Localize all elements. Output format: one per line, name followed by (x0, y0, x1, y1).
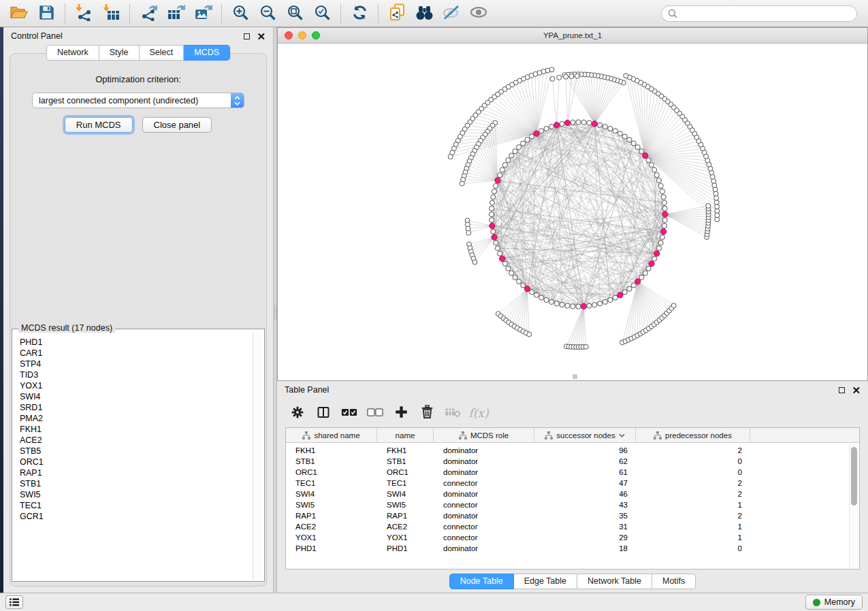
network-node[interactable] (498, 251, 502, 256)
network-node[interactable] (521, 141, 526, 146)
mcds-list-item[interactable]: GCR1 (20, 511, 247, 522)
network-node[interactable] (627, 286, 632, 291)
mcds-hub-node[interactable] (500, 256, 505, 261)
mcds-hub-node[interactable] (554, 122, 560, 128)
network-node[interactable] (549, 125, 553, 129)
tab-edge-table[interactable]: Edge Table (514, 574, 577, 589)
mcds-list-item[interactable]: TEC1 (20, 500, 247, 511)
network-node[interactable] (608, 297, 613, 302)
column-header-name[interactable]: name (377, 428, 434, 442)
network-node[interactable] (602, 299, 607, 304)
mcds-hub-node[interactable] (635, 279, 641, 284)
search-input[interactable] (681, 9, 850, 18)
settings-gear-button[interactable] (287, 403, 308, 423)
mcds-hub-node[interactable] (643, 152, 648, 158)
network-node[interactable] (643, 271, 647, 276)
network-node[interactable] (622, 290, 627, 295)
network-node[interactable] (554, 301, 559, 306)
table-row[interactable]: PHD1PHD1dominator180 (286, 543, 859, 554)
mcds-hub-node[interactable] (564, 120, 570, 125)
network-node[interactable] (492, 189, 496, 194)
export-network-button[interactable] (135, 3, 162, 24)
mcds-list-item[interactable]: ACE2 (20, 435, 247, 446)
network-node[interactable] (652, 257, 657, 261)
show-all-button[interactable] (465, 3, 492, 24)
mcds-hub-node[interactable] (649, 261, 654, 266)
table-row[interactable]: ORC1ORC1dominator610 (286, 467, 859, 478)
network-node[interactable] (489, 200, 494, 205)
network-node[interactable] (494, 240, 498, 245)
mcds-list-item[interactable]: PMA2 (20, 413, 247, 424)
mcds-hub-node[interactable] (492, 234, 497, 240)
mcds-list-item[interactable]: SWI5 (20, 489, 247, 500)
network-node[interactable] (513, 275, 517, 280)
network-node[interactable] (662, 206, 667, 211)
network-node[interactable] (613, 295, 617, 300)
network-node[interactable] (498, 173, 502, 178)
close-table-panel-icon[interactable]: ✕ (852, 385, 861, 395)
close-panel-icon[interactable]: ✕ (257, 31, 266, 42)
network-node[interactable] (502, 261, 507, 266)
tab-select[interactable]: Select (140, 45, 184, 61)
column-header-shared-name[interactable]: shared name (286, 428, 377, 442)
duplicate-network-button[interactable] (383, 3, 411, 24)
network-node[interactable] (530, 134, 534, 139)
network-node[interactable] (448, 154, 453, 159)
mcds-list-item[interactable]: STP4 (20, 359, 247, 369)
network-node[interactable] (509, 153, 514, 158)
horizontal-splitter-handle[interactable] (573, 374, 577, 379)
network-node[interactable] (509, 271, 514, 276)
network-node[interactable] (617, 131, 622, 136)
network-node[interactable] (649, 163, 654, 167)
network-node[interactable] (581, 120, 586, 125)
network-node[interactable] (662, 200, 666, 205)
network-node[interactable] (506, 266, 511, 271)
hide-selected-button[interactable] (438, 3, 465, 24)
network-node[interactable] (564, 74, 568, 79)
network-node[interactable] (544, 297, 549, 302)
network-node[interactable] (671, 303, 676, 308)
network-node[interactable] (530, 290, 534, 295)
network-node[interactable] (570, 120, 575, 125)
close-panel-button[interactable]: Close panel (142, 117, 212, 133)
network-node[interactable] (565, 303, 570, 308)
network-node[interactable] (656, 246, 661, 250)
network-node[interactable] (491, 195, 496, 199)
network-node[interactable] (502, 163, 507, 167)
column-header-predecessor-nodes[interactable]: predecessor nodes (636, 428, 750, 442)
import-network-button[interactable] (70, 3, 97, 24)
network-node[interactable] (550, 76, 555, 81)
zoom-out-button[interactable] (254, 3, 281, 24)
network-node[interactable] (576, 120, 581, 125)
network-node[interactable] (575, 73, 579, 78)
network-node[interactable] (560, 121, 564, 126)
network-node[interactable] (662, 218, 667, 222)
network-node[interactable] (660, 235, 664, 240)
mcds-list-item[interactable]: CAR1 (20, 348, 247, 359)
table-row[interactable]: YOX1YOX1connector291 (286, 532, 859, 543)
mcds-hub-node[interactable] (581, 303, 586, 309)
run-mcds-button[interactable]: Run MCDS (65, 117, 133, 133)
table-row[interactable]: FKH1FKH1dominator962 (286, 445, 859, 456)
mcds-list-item[interactable]: YOX1 (20, 380, 247, 391)
tab-node-table[interactable]: Node Table (449, 574, 514, 589)
network-node[interactable] (549, 299, 553, 304)
criterion-select[interactable]: largest connected component (undirected) (32, 93, 244, 108)
open-file-button[interactable] (5, 3, 33, 24)
tab-style[interactable]: Style (99, 45, 140, 61)
table-row[interactable]: ACE2ACE2connector311 (286, 521, 859, 532)
mcds-list-item[interactable]: STB5 (20, 446, 247, 457)
network-node[interactable] (639, 149, 644, 154)
network-node[interactable] (646, 266, 651, 271)
network-node[interactable] (570, 304, 575, 309)
table-scrollbar-thumb[interactable] (851, 447, 857, 506)
network-node[interactable] (627, 137, 632, 142)
network-node[interactable] (489, 212, 494, 216)
table-row[interactable]: SWI4SWI4dominator462 (286, 489, 859, 499)
network-node[interactable] (539, 295, 544, 300)
zoom-in-button[interactable] (227, 3, 254, 24)
memory-button[interactable]: Memory (805, 595, 863, 610)
network-node[interactable] (539, 129, 544, 133)
network-node[interactable] (631, 141, 636, 146)
mcds-list-item[interactable]: ORC1 (20, 457, 247, 467)
